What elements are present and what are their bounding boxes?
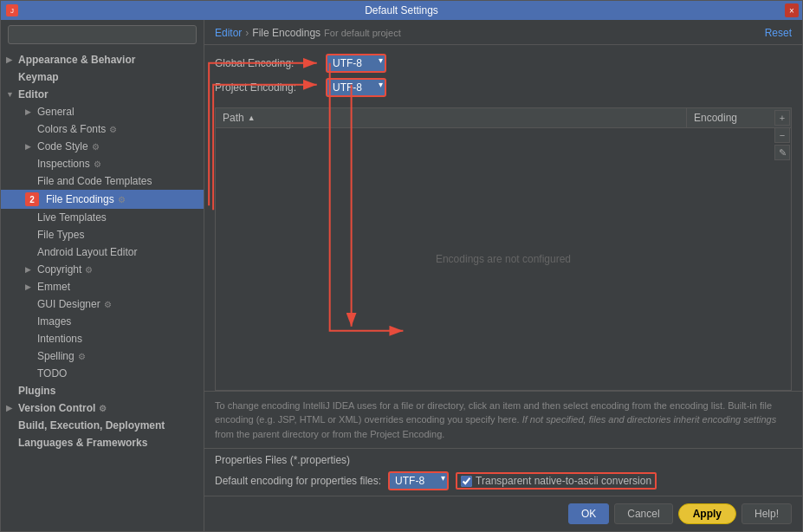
sidebar-label-build-execution: Build, Execution, Deployment [18, 419, 165, 431]
expand-arrow: ▶ [25, 265, 34, 274]
remove-encoding-button[interactable]: − [774, 127, 790, 143]
sidebar-label-intentions: Intentions [37, 333, 82, 345]
table-toolbar: + − ✎ [773, 108, 792, 162]
sidebar-item-file-encodings[interactable]: 2 File Encodings ⚙ [1, 190, 204, 209]
sidebar-label-general: General [37, 106, 74, 118]
description-area: To change encoding IntelliJ IDEA uses fo… [204, 391, 802, 449]
project-encoding-row: Project Encoding: UTF-8 [215, 78, 792, 97]
search-input[interactable] [8, 25, 197, 44]
edit-encoding-button[interactable]: ✎ [774, 145, 790, 160]
checkbox-label: Transparent native-to-ascii conversion [476, 475, 651, 487]
main-content: ▶ Appearance & Behavior Keymap ▼ Editor … [1, 20, 802, 531]
project-encoding-select[interactable]: UTF-8 [326, 78, 386, 97]
content-header: Editor › File Encodings For default proj… [204, 20, 802, 45]
sidebar-item-todo[interactable]: TODO [1, 365, 204, 382]
transparent-conversion-checkbox-wrapper: Transparent native-to-ascii conversion [456, 472, 657, 490]
ok-button[interactable]: OK [568, 503, 609, 524]
sidebar-item-code-style[interactable]: ▶ Code Style ⚙ [1, 138, 204, 155]
sidebar-item-intentions[interactable]: Intentions [1, 330, 204, 347]
settings-icon: ⚙ [94, 159, 101, 169]
transparent-conversion-checkbox[interactable] [461, 476, 472, 487]
sidebar-item-build-execution[interactable]: Build, Execution, Deployment [1, 417, 204, 434]
add-encoding-button[interactable]: + [774, 110, 790, 126]
settings-icon: ⚙ [99, 404, 107, 413]
sidebar-label-keymap: Keymap [18, 71, 59, 83]
search-box [1, 20, 204, 49]
expand-arrow: ▶ [6, 404, 15, 412]
description-text2: encoding (e.g. JSP, HTML or XML) overrid… [215, 414, 520, 425]
project-encoding-select-wrapper: UTF-8 [326, 78, 386, 97]
sidebar: ▶ Appearance & Behavior Keymap ▼ Editor … [1, 20, 204, 531]
breadcrumb-editor[interactable]: Editor [215, 27, 242, 39]
sidebar-item-file-types[interactable]: File Types [1, 226, 204, 243]
reset-button[interactable]: Reset [765, 27, 792, 39]
description-text2-italic: If not specified, files and directories … [522, 414, 777, 425]
sidebar-item-spelling[interactable]: Spelling ⚙ [1, 347, 204, 365]
sidebar-item-colors-fonts[interactable]: Colors & Fonts ⚙ [1, 120, 204, 138]
sidebar-item-general[interactable]: ▶ General [1, 103, 204, 120]
sidebar-item-live-templates[interactable]: Live Templates [1, 209, 204, 226]
sidebar-item-plugins[interactable]: Plugins [1, 382, 204, 399]
sidebar-label-editor: Editor [18, 88, 49, 101]
breadcrumb-current: File Encodings [252, 27, 321, 39]
expand-arrow: ▶ [25, 142, 34, 151]
sidebar-label-todo: TODO [37, 367, 67, 380]
sidebar-item-images[interactable]: Images [1, 313, 204, 330]
empty-table-message: Encodings are not configured [436, 253, 571, 265]
right-content: Editor › File Encodings For default proj… [204, 20, 802, 531]
button-bar: OK Cancel Apply Help! [204, 496, 802, 531]
sidebar-item-editor[interactable]: ▼ Editor [1, 86, 204, 103]
settings-icon: ⚙ [78, 352, 86, 361]
sidebar-label-spelling: Spelling [37, 350, 74, 362]
sidebar-item-languages-frameworks[interactable]: Languages & Frameworks [1, 434, 204, 451]
expand-arrow: ▼ [6, 90, 15, 99]
sidebar-label-version-control: Version Control [18, 402, 95, 414]
sidebar-label-emmet: Emmet [37, 281, 70, 293]
sidebar-item-keymap[interactable]: Keymap [1, 68, 204, 86]
settings-icon: ⚙ [109, 125, 117, 134]
sidebar-item-appearance[interactable]: ▶ Appearance & Behavior [1, 51, 204, 68]
sidebar-label-live-templates: Live Templates [37, 211, 107, 224]
sidebar-label-gui-designer: GUI Designer [37, 298, 100, 310]
sidebar-tree: ▶ Appearance & Behavior Keymap ▼ Editor … [1, 49, 204, 531]
sidebar-item-copyright[interactable]: ▶ Copyright ⚙ [1, 261, 204, 278]
sidebar-item-android-layout[interactable]: Android Layout Editor [1, 243, 204, 261]
col-path-label: Path [223, 112, 244, 124]
sidebar-label-code-style: Code Style [37, 140, 88, 152]
expand-arrow: ▶ [6, 55, 15, 64]
for-default-text: For default project [324, 28, 401, 38]
properties-section: Properties Files (*.properties) Default … [204, 448, 802, 496]
project-encoding-label: Project Encoding: [215, 81, 319, 94]
sidebar-label-plugins: Plugins [18, 385, 55, 397]
sidebar-item-inspections[interactable]: Inspections ⚙ [1, 155, 204, 172]
close-button[interactable]: × [785, 3, 799, 17]
settings-window: J Default Settings × ▶ Appearance & Beha… [0, 0, 803, 532]
content-area: Editor › File Encodings For default proj… [204, 20, 802, 531]
table-body: Encodings are not configured [216, 128, 791, 390]
apply-button[interactable]: Apply [678, 503, 736, 524]
table-header: Path ▲ Encoding [216, 108, 791, 128]
expand-arrow: ▶ [25, 282, 34, 291]
sidebar-label-colors-fonts: Colors & Fonts [37, 123, 106, 135]
settings-icon: ⚙ [118, 195, 126, 204]
settings-icon: ⚙ [85, 265, 93, 275]
sort-arrow-icon: ▲ [248, 114, 256, 122]
help-button[interactable]: Help! [741, 503, 792, 524]
sidebar-item-emmet[interactable]: ▶ Emmet [1, 278, 204, 295]
global-encoding-select-wrapper: UTF-8 [326, 54, 386, 73]
global-encoding-select[interactable]: UTF-8 [326, 54, 386, 73]
global-encoding-row: Global Encoding: UTF-8 [215, 54, 792, 73]
cancel-button[interactable]: Cancel [614, 503, 672, 524]
props-encoding-select[interactable]: UTF-8 [388, 471, 449, 490]
sidebar-item-gui-designer[interactable]: GUI Designer ⚙ [1, 295, 204, 313]
sidebar-item-file-code-templates[interactable]: File and Code Templates [1, 172, 204, 190]
encoding-form: Global Encoding: UTF-8 Project Encoding:… [204, 45, 802, 107]
expand-arrow: ▶ [25, 107, 34, 116]
col-encoding-label: Encoding [694, 112, 737, 124]
props-encoding-select-wrapper: UTF-8 [388, 471, 449, 490]
breadcrumb: Editor › File Encodings For default proj… [215, 27, 401, 39]
settings-icon: ⚙ [92, 142, 100, 152]
sidebar-label-images: Images [37, 315, 71, 328]
sidebar-label-appearance: Appearance & Behavior [18, 54, 135, 66]
sidebar-item-version-control[interactable]: ▶ Version Control ⚙ [1, 399, 204, 417]
